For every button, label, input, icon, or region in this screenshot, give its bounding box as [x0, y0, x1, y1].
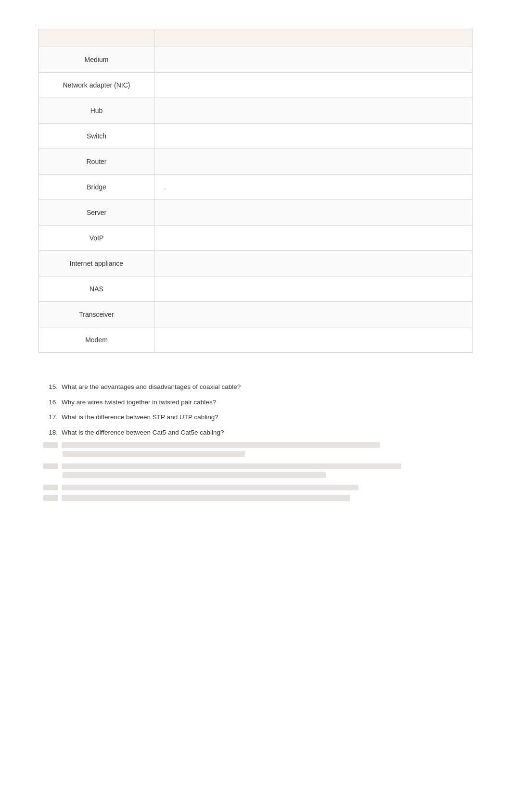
definition-cell: . — [154, 175, 473, 200]
question-item: 18.What is the difference between Cat5 a… — [43, 427, 468, 438]
term-cell: Modem — [39, 327, 154, 353]
question-item: 16.Why are wires twisted together in twi… — [43, 397, 468, 408]
term-cell: Router — [39, 149, 154, 175]
table-row: Modem — [39, 327, 473, 353]
definition-cell — [154, 73, 473, 98]
definition-cell — [154, 327, 473, 353]
question-number: 17. — [43, 412, 58, 423]
table-row: Server — [39, 200, 473, 225]
definition-column-header — [154, 29, 473, 47]
table-row: Network adapter (NIC) — [39, 73, 473, 98]
definition-cell — [154, 124, 473, 149]
question-text: Why are wires twisted together in twiste… — [62, 399, 216, 406]
table-row: Medium — [39, 47, 473, 73]
definition-cell — [154, 200, 473, 225]
definition-cell — [154, 47, 473, 73]
term-cell: Network adapter (NIC) — [39, 73, 154, 98]
term-cell: NAS — [39, 276, 154, 302]
question-number: 18. — [43, 427, 58, 438]
definition-cell — [154, 251, 473, 276]
question-item: 17.What is the difference between STP an… — [43, 412, 468, 423]
term-cell: Switch — [39, 124, 154, 149]
table-row: Hub — [39, 98, 473, 124]
question-item: 15.What are the advantages and disadvant… — [43, 382, 468, 392]
table-row: Internet appliance — [39, 251, 473, 276]
table-row: Router — [39, 149, 473, 175]
definition-cell — [154, 98, 473, 124]
table-row: VoIP — [39, 225, 473, 251]
vocabulary-table: MediumNetwork adapter (NIC)HubSwitchRout… — [38, 29, 473, 353]
term-cell: Internet appliance — [39, 251, 154, 276]
table-row: NAS — [39, 276, 473, 302]
table-row: Bridge. — [39, 175, 473, 200]
question-text: What are the advantages and disadvantage… — [62, 383, 241, 390]
question-number: 15. — [43, 382, 58, 392]
term-cell: Bridge — [39, 175, 154, 200]
term-column-header — [39, 29, 154, 47]
term-cell: Hub — [39, 98, 154, 124]
definition-cell — [154, 149, 473, 175]
term-cell: VoIP — [39, 225, 154, 251]
table-row: Switch — [39, 124, 473, 149]
questions-section: 15.What are the advantages and disadvant… — [38, 382, 473, 501]
definition-cell — [154, 276, 473, 302]
definition-cell — [154, 225, 473, 251]
table-header-row — [39, 29, 473, 47]
definition-cell — [154, 302, 473, 327]
question-text: What is the difference between STP and U… — [62, 413, 218, 421]
term-cell: Medium — [39, 47, 154, 73]
question-number: 16. — [43, 397, 58, 408]
table-row: Transceiver — [39, 302, 473, 327]
term-cell: Server — [39, 200, 154, 225]
blurred-content — [43, 442, 468, 501]
term-cell: Transceiver — [39, 302, 154, 327]
question-text: What is the difference between Cat5 and … — [62, 429, 224, 436]
